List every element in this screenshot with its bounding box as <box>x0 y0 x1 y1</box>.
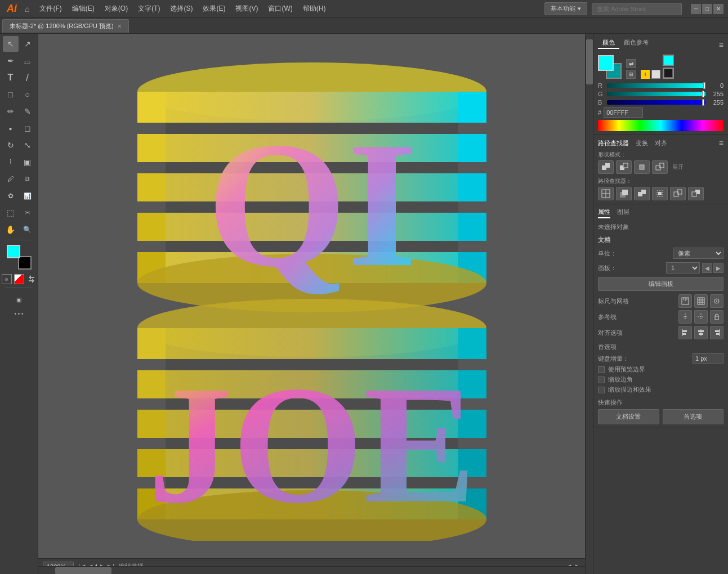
pen-tool[interactable]: ✒ <box>3 53 19 69</box>
scale-strokes-checkbox[interactable] <box>598 387 605 393</box>
artboard-select[interactable]: 1 <box>666 262 700 273</box>
eyedropper-tool[interactable]: 🖊 <box>3 171 19 187</box>
tab-color[interactable]: 颜色 <box>598 37 619 49</box>
align-right-button[interactable] <box>710 326 723 339</box>
slice-tool[interactable]: ✂ <box>20 205 35 221</box>
direct-selection-tool[interactable]: ↗ <box>20 36 35 52</box>
snap-button[interactable] <box>710 294 723 308</box>
gradient-tool[interactable]: ▣ <box>20 154 35 170</box>
color-panel-menu-icon[interactable]: ≡ <box>719 41 723 50</box>
trim-button[interactable] <box>616 187 632 200</box>
line-tool[interactable]: / <box>20 70 35 86</box>
fill-mini-swatch[interactable] <box>663 55 674 66</box>
scale-corners-checkbox[interactable] <box>598 376 605 383</box>
selection-tool[interactable]: ↖ <box>3 36 19 52</box>
canvas-area[interactable]: QI <box>38 34 593 574</box>
tab-close-button[interactable]: ✕ <box>117 23 122 29</box>
fill-color-swatch[interactable] <box>7 245 20 258</box>
curvature-tool[interactable]: ⌓ <box>20 53 35 69</box>
maximize-button[interactable]: □ <box>702 4 712 14</box>
blob-brush-tool[interactable]: ● <box>3 120 19 136</box>
fill-swatch[interactable] <box>598 55 614 71</box>
more-tools-button[interactable]: • • • <box>14 311 23 317</box>
blend-tool[interactable]: ⧉ <box>20 171 35 187</box>
minus-front-button[interactable] <box>616 160 632 174</box>
hand-tool[interactable]: ✋ <box>3 222 19 237</box>
text-tool[interactable]: T <box>3 70 19 86</box>
align-left-button[interactable] <box>678 326 692 339</box>
draw-normal-icon[interactable]: ▣ <box>11 292 27 307</box>
rect-tool[interactable]: □ <box>3 87 19 102</box>
stock-search-input[interactable] <box>592 3 682 15</box>
rotate-tool[interactable]: ↻ <box>3 137 19 153</box>
tab-color-ref[interactable]: 颜色参考 <box>619 37 653 49</box>
horizontal-scrollbar[interactable] <box>38 566 585 574</box>
unit-select[interactable]: 像素 点 毫米 厘米 英寸 <box>673 248 723 259</box>
menu-help[interactable]: 帮助(H) <box>298 2 330 16</box>
preferences-button[interactable]: 首选项 <box>663 409 724 424</box>
scale-tool[interactable]: ⤡ <box>20 137 35 153</box>
default-colors-button[interactable]: ⊞ <box>626 70 636 79</box>
swap-fill-stroke-button[interactable]: ⇄ <box>626 59 636 68</box>
home-icon[interactable]: ⌂ <box>25 5 29 14</box>
blue-slider[interactable] <box>607 100 705 105</box>
pencil-tool[interactable]: ✎ <box>20 104 35 119</box>
keyboard-increment-input[interactable] <box>693 353 723 364</box>
divide-button[interactable] <box>598 187 614 200</box>
default-colors-icon[interactable] <box>14 274 24 284</box>
vertical-scrollbar[interactable] <box>585 34 593 574</box>
crop-button[interactable] <box>652 187 668 200</box>
exclude-button[interactable] <box>652 160 668 174</box>
ellipse-tool[interactable]: ○ <box>20 87 35 102</box>
edit-artboard-button[interactable]: 编辑画板 <box>598 277 723 291</box>
artboard-tool[interactable]: ⬚ <box>3 205 19 221</box>
tab-layers[interactable]: 图层 <box>617 208 629 218</box>
color-spectrum[interactable] <box>598 120 723 131</box>
zoom-tool[interactable]: 🔍 <box>20 222 35 237</box>
use-preview-bounds-checkbox[interactable] <box>598 366 605 373</box>
tab-attributes[interactable]: 属性 <box>598 208 610 218</box>
menu-type[interactable]: 文字(T) <box>133 2 164 16</box>
horizontal-scroll-thumb[interactable] <box>55 567 111 574</box>
document-tab[interactable]: 未标题-2* @ 1200% (RGB/GPU 预览) ✕ <box>2 19 129 33</box>
symbol-sprayer-tool[interactable]: ✿ <box>3 188 19 204</box>
rulers-button[interactable] <box>678 294 692 308</box>
vertical-scroll-thumb[interactable] <box>586 39 593 84</box>
minus-back-button[interactable] <box>688 187 704 200</box>
tab-align[interactable]: 对齐 <box>655 139 667 147</box>
column-graph-tool[interactable]: 📊 <box>20 188 35 204</box>
tab-pathfinder[interactable]: 路径查找器 <box>598 139 629 147</box>
artboard-next-button[interactable]: ▶ <box>713 263 723 273</box>
lock-guides-button[interactable] <box>710 310 723 324</box>
outline-button[interactable] <box>670 187 686 200</box>
merge-button[interactable] <box>634 187 650 200</box>
clear-guides-button[interactable] <box>694 310 708 324</box>
menu-window[interactable]: 窗口(W) <box>263 2 297 16</box>
none-fill-icon[interactable]: ⊘ <box>2 274 12 284</box>
menu-object[interactable]: 对象(O) <box>100 2 132 16</box>
hex-input[interactable] <box>604 107 643 118</box>
warp-tool[interactable]: ⌇ <box>3 154 19 170</box>
paintbrush-tool[interactable]: ✏ <box>3 104 19 119</box>
menu-effect[interactable]: 效果(E) <box>198 2 230 16</box>
intersect-button[interactable] <box>634 160 650 174</box>
green-slider[interactable] <box>607 92 705 96</box>
menu-edit[interactable]: 编辑(E) <box>68 2 99 16</box>
workspace-button[interactable]: 基本功能 ▾ <box>544 2 587 15</box>
add-guide-button[interactable] <box>678 310 692 324</box>
minimize-button[interactable]: ─ <box>691 4 701 14</box>
gamut-warning-icon[interactable]: ! <box>641 70 650 79</box>
menu-file[interactable]: 文件(F) <box>35 2 66 16</box>
eraser-tool[interactable]: ◻ <box>20 120 35 136</box>
align-center-button[interactable] <box>694 326 708 339</box>
close-button[interactable]: ✕ <box>713 4 723 14</box>
unite-button[interactable] <box>598 160 614 174</box>
menu-view[interactable]: 视图(V) <box>231 2 262 16</box>
menu-select[interactable]: 选择(S) <box>166 2 197 16</box>
doc-setup-button[interactable]: 文档设置 <box>598 409 659 424</box>
stroke-mini-swatch[interactable] <box>663 68 674 79</box>
artboard-prev-button[interactable]: ◀ <box>702 263 712 273</box>
red-slider[interactable] <box>607 83 705 88</box>
grid-button[interactable] <box>694 294 708 308</box>
swap-colors-icon[interactable] <box>26 274 37 284</box>
